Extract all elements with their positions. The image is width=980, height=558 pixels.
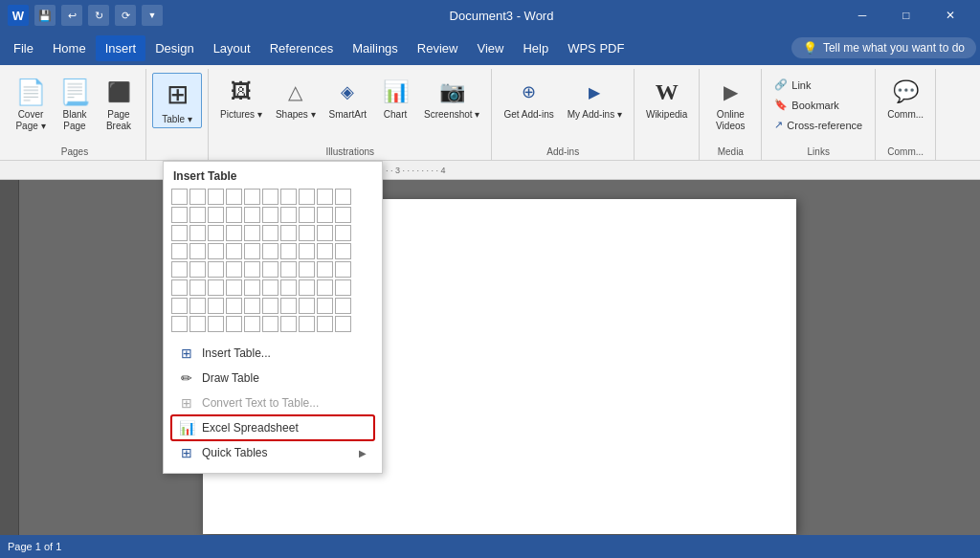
table-grid-cell[interactable] [171, 207, 188, 223]
table-grid-cell[interactable] [244, 207, 260, 223]
table-grid-cell[interactable] [280, 261, 297, 278]
minimize-button[interactable]: ─ [840, 0, 884, 31]
table-grid-cell[interactable] [280, 298, 297, 314]
table-grid-cell[interactable] [262, 298, 278, 314]
table-grid-cell[interactable] [208, 207, 224, 223]
table-grid-cell[interactable] [299, 225, 315, 241]
menu-home[interactable]: Home [43, 35, 96, 61]
cross-reference-button[interactable]: ↗ Cross-reference [768, 115, 869, 135]
table-grid-cell[interactable] [335, 261, 351, 278]
close-button[interactable]: ✕ [928, 0, 972, 31]
chart-button[interactable]: 📊 Chart [374, 73, 416, 124]
qat-save[interactable]: 💾 [34, 5, 56, 26]
table-grid-cell[interactable] [171, 189, 188, 205]
qat-reload[interactable]: ⟳ [115, 5, 136, 26]
table-grid-cell[interactable] [226, 189, 242, 205]
menu-references[interactable]: References [260, 35, 343, 61]
table-grid-cell[interactable] [299, 298, 315, 314]
link-button[interactable]: 🔗 Link [768, 75, 869, 95]
table-grid-cell[interactable] [335, 207, 351, 223]
table-grid-cell[interactable] [171, 279, 188, 296]
maximize-button[interactable]: □ [884, 0, 928, 31]
table-grid-cell[interactable] [226, 298, 242, 314]
page-break-button[interactable]: ⬛ PageBreak [98, 73, 140, 136]
table-grid-cell[interactable] [317, 243, 333, 259]
table-grid-cell[interactable] [335, 225, 351, 241]
table-grid-cell[interactable] [171, 316, 188, 332]
get-addins-button[interactable]: ⊕ Get Add-ins [498, 73, 559, 124]
draw-table-menu-item[interactable]: ✏ Draw Table [171, 366, 374, 391]
table-grid-cell[interactable] [299, 279, 315, 296]
menu-view[interactable]: View [467, 35, 513, 61]
menu-review[interactable]: Review [408, 35, 468, 61]
qat-customize[interactable]: ▼ [142, 5, 163, 26]
table-grid-cell[interactable] [299, 243, 315, 259]
table-button[interactable]: ⊞ Table ▾ [152, 73, 202, 128]
qat-undo[interactable]: ↩ [61, 5, 82, 26]
table-grid-cell[interactable] [226, 316, 242, 332]
table-grid-cell[interactable] [189, 261, 206, 278]
quick-tables-menu-item[interactable]: ⊞ Quick Tables ▶ [171, 440, 374, 465]
table-grid-cell[interactable] [317, 225, 333, 241]
menu-mailings[interactable]: Mailings [343, 35, 408, 61]
table-grid-cell[interactable] [226, 279, 242, 296]
table-grid-cell[interactable] [208, 298, 224, 314]
table-grid-cell[interactable] [299, 261, 315, 278]
table-grid-cell[interactable] [208, 243, 224, 259]
shapes-button[interactable]: △ Shapes ▾ [270, 73, 322, 124]
table-grid-cell[interactable] [244, 225, 260, 241]
menu-layout[interactable]: Layout [204, 35, 260, 61]
wikipedia-button[interactable]: W Wikipedia [640, 73, 693, 124]
table-grid-cell[interactable] [208, 225, 224, 241]
table-grid-cell[interactable] [262, 207, 278, 223]
table-grid-cell[interactable] [189, 298, 206, 314]
table-grid-cell[interactable] [208, 261, 224, 278]
table-grid-cell[interactable] [244, 316, 260, 332]
pictures-button[interactable]: 🖼 Pictures ▾ [214, 73, 268, 124]
table-grid-cell[interactable] [280, 243, 297, 259]
excel-spreadsheet-menu-item[interactable]: 📊 Excel Spreadsheet [171, 415, 374, 440]
table-grid-cell[interactable] [171, 298, 188, 314]
blank-page-button[interactable]: 📃 BlankPage [54, 73, 96, 136]
table-grid-cell[interactable] [226, 207, 242, 223]
table-grid-cell[interactable] [335, 243, 351, 259]
table-grid-cell[interactable] [226, 225, 242, 241]
screenshot-button[interactable]: 📷 Screenshot ▾ [418, 73, 485, 124]
table-grid-cell[interactable] [244, 298, 260, 314]
table-grid-cell[interactable] [280, 316, 297, 332]
table-grid-cell[interactable] [317, 298, 333, 314]
table-grid-cell[interactable] [189, 243, 206, 259]
table-grid-cell[interactable] [189, 279, 206, 296]
table-grid-cell[interactable] [171, 261, 188, 278]
table-grid-cell[interactable] [317, 207, 333, 223]
qat-redo[interactable]: ↻ [88, 5, 109, 26]
table-grid-cell[interactable] [262, 189, 278, 205]
table-grid-cell[interactable] [317, 189, 333, 205]
table-grid-cell[interactable] [317, 261, 333, 278]
table-grid-cell[interactable] [335, 298, 351, 314]
table-grid-cell[interactable] [189, 189, 206, 205]
table-grid-cell[interactable] [262, 225, 278, 241]
table-grid-cell[interactable] [262, 261, 278, 278]
cover-page-button[interactable]: 📄 CoverPage ▾ [10, 73, 52, 136]
table-grid-cell[interactable] [244, 261, 260, 278]
tell-me-box[interactable]: 💡 Tell me what you want to do [791, 37, 976, 58]
table-grid-cell[interactable] [335, 189, 351, 205]
table-grid-cell[interactable] [208, 279, 224, 296]
table-grid-cell[interactable] [208, 316, 224, 332]
table-grid-cell[interactable] [189, 316, 206, 332]
table-grid-cell[interactable] [299, 207, 315, 223]
table-grid-cell[interactable] [335, 316, 351, 332]
table-grid-cell[interactable] [335, 279, 351, 296]
smartart-button[interactable]: ◈ SmartArt [323, 73, 372, 124]
table-grid-cell[interactable] [208, 189, 224, 205]
table-grid-cell[interactable] [280, 207, 297, 223]
table-grid-cell[interactable] [244, 189, 260, 205]
table-grid-cell[interactable] [189, 207, 206, 223]
bookmark-button[interactable]: 🔖 Bookmark [768, 95, 869, 115]
table-grid-cell[interactable] [262, 243, 278, 259]
menu-design[interactable]: Design [145, 35, 203, 61]
menu-insert[interactable]: Insert [96, 35, 146, 61]
table-grid-cell[interactable] [171, 225, 188, 241]
table-grid-cell[interactable] [226, 261, 242, 278]
